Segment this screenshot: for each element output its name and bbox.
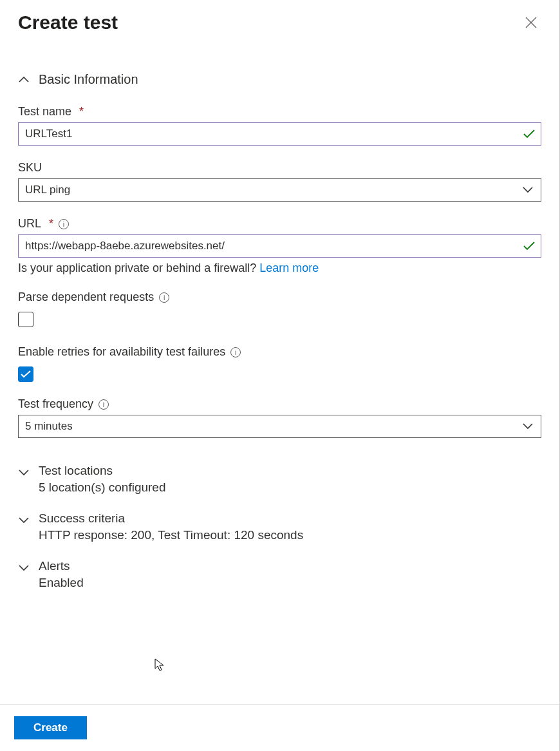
field-test-name: Test name* bbox=[18, 105, 541, 146]
sku-select[interactable]: URL ping bbox=[18, 178, 541, 202]
section-toggle-locations[interactable]: Test locations 5 location(s) configured bbox=[18, 464, 541, 495]
info-icon[interactable]: i bbox=[159, 292, 169, 303]
section-toggle-alerts[interactable]: Alerts Enabled bbox=[18, 559, 541, 590]
section-toggle-basic[interactable]: Basic Information bbox=[18, 72, 541, 87]
url-input[interactable] bbox=[18, 234, 541, 258]
chevron-down-icon bbox=[18, 562, 30, 574]
label-test-name: Test name* bbox=[18, 105, 541, 119]
learn-more-link[interactable]: Learn more bbox=[259, 261, 319, 274]
panel-footer: Create bbox=[0, 704, 559, 751]
info-icon[interactable]: i bbox=[59, 219, 69, 229]
label-test-frequency: Test frequency i bbox=[18, 397, 541, 411]
parse-requests-checkbox[interactable] bbox=[18, 312, 33, 327]
close-button[interactable] bbox=[521, 12, 541, 33]
label-enable-retries: Enable retries for availability test fai… bbox=[18, 345, 541, 359]
field-sku: SKU URL ping bbox=[18, 161, 541, 202]
close-icon bbox=[525, 17, 537, 28]
check-icon bbox=[523, 129, 535, 138]
section-summary-success: HTTP response: 200, Test Timeout: 120 se… bbox=[39, 528, 303, 542]
test-frequency-select[interactable]: 5 minutes bbox=[18, 415, 541, 438]
chevron-down-icon bbox=[18, 467, 30, 479]
section-title-basic: Basic Information bbox=[39, 72, 138, 87]
field-test-frequency: Test frequency i 5 minutes bbox=[18, 397, 541, 438]
section-summary-locations: 5 location(s) configured bbox=[39, 480, 166, 495]
info-icon[interactable]: i bbox=[230, 347, 241, 357]
label-sku: SKU bbox=[18, 161, 541, 175]
required-indicator: * bbox=[49, 217, 53, 231]
check-icon bbox=[523, 242, 535, 251]
test-frequency-value: 5 minutes bbox=[25, 420, 73, 433]
url-help-text: Is your application private or behind a … bbox=[18, 261, 541, 275]
chevron-down-icon bbox=[18, 515, 30, 526]
label-parse-requests: Parse dependent requests i bbox=[18, 290, 541, 304]
info-icon[interactable]: i bbox=[98, 399, 109, 410]
sku-value: URL ping bbox=[25, 184, 70, 196]
section-summary-alerts: Enabled bbox=[39, 576, 84, 590]
chevron-down-icon bbox=[523, 423, 533, 430]
section-title-locations: Test locations bbox=[39, 464, 166, 478]
field-url: URL* i Is your application private or be… bbox=[18, 217, 541, 275]
field-enable-retries: Enable retries for availability test fai… bbox=[18, 345, 541, 382]
panel-title: Create test bbox=[18, 12, 118, 33]
panel-header: Create test bbox=[0, 0, 559, 40]
section-title-success: Success criteria bbox=[39, 511, 303, 526]
check-icon bbox=[21, 370, 31, 378]
cursor-icon bbox=[154, 658, 166, 672]
panel-content: Basic Information Test name* SKU URL pin… bbox=[0, 40, 559, 603]
chevron-down-icon bbox=[523, 187, 533, 193]
section-toggle-success[interactable]: Success criteria HTTP response: 200, Tes… bbox=[18, 511, 541, 542]
enable-retries-checkbox[interactable] bbox=[18, 366, 33, 382]
section-title-alerts: Alerts bbox=[39, 559, 84, 573]
test-name-input[interactable] bbox=[18, 122, 541, 146]
required-indicator: * bbox=[79, 105, 84, 119]
chevron-up-icon bbox=[18, 74, 30, 86]
label-url: URL* i bbox=[18, 217, 541, 231]
create-button[interactable]: Create bbox=[14, 716, 87, 739]
field-parse-requests: Parse dependent requests i bbox=[18, 290, 541, 330]
